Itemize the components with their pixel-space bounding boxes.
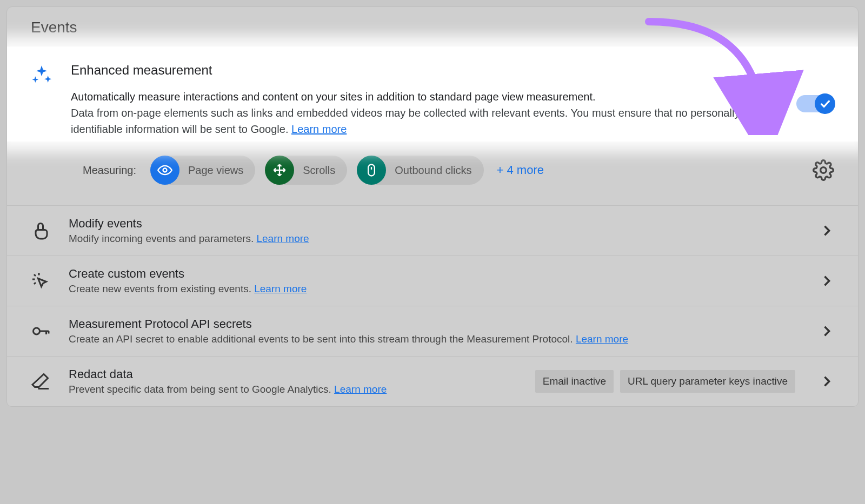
- status-badge: Email inactive: [535, 370, 614, 393]
- modify-events-row[interactable]: Modify events Modify incoming events and…: [7, 205, 858, 256]
- row-desc: Create an API secret to enable additiona…: [69, 333, 801, 345]
- enhanced-description: Automatically measure interactions and c…: [71, 89, 762, 137]
- create-custom-events-row[interactable]: Create custom events Create new events f…: [7, 256, 858, 306]
- events-panel: Events Enhanced measurement Automaticall…: [6, 6, 859, 407]
- row-title: Modify events: [69, 217, 801, 231]
- svg-point-4: [34, 328, 40, 334]
- measurement-protocol-row[interactable]: Measurement Protocol API secrets Create …: [7, 306, 858, 356]
- enhanced-measurement-toggle[interactable]: [796, 95, 834, 112]
- svg-rect-1: [368, 165, 375, 176]
- enhanced-title: Enhanced measurement: [71, 63, 762, 78]
- learn-more-link[interactable]: Learn more: [254, 283, 307, 294]
- pill-outbound-clicks[interactable]: Outbound clicks: [357, 156, 483, 185]
- key-icon: [31, 321, 50, 341]
- chevron-right-icon: [819, 223, 834, 238]
- settings-button[interactable]: [813, 159, 834, 181]
- row-desc: Prevent specific data from being sent to…: [69, 384, 517, 395]
- enhanced-learn-more-link[interactable]: Learn more: [291, 123, 347, 135]
- row-desc: Modify incoming events and parameters. L…: [69, 233, 801, 245]
- learn-more-link[interactable]: Learn more: [334, 384, 387, 395]
- svg-point-3: [821, 167, 827, 173]
- chevron-right-icon: [819, 374, 834, 389]
- learn-more-link[interactable]: Learn more: [256, 233, 309, 244]
- row-title: Create custom events: [69, 267, 801, 281]
- toggle-knob-on: [815, 93, 835, 114]
- eraser-icon: [31, 372, 50, 391]
- chevron-right-icon: [819, 273, 834, 288]
- measuring-row: Measuring: Page views Scrolls Outbound c…: [7, 142, 858, 205]
- row-desc: Create new events from existing events. …: [69, 283, 801, 295]
- redact-badges: Email inactive URL query parameter keys …: [535, 370, 795, 393]
- mouse-icon: [357, 156, 386, 185]
- row-title: Measurement Protocol API secrets: [69, 317, 801, 331]
- cursor-click-icon: [31, 271, 50, 291]
- svg-point-0: [163, 169, 167, 172]
- sparkle-icon: [31, 64, 52, 85]
- scroll-icon: [265, 156, 294, 185]
- pill-scrolls[interactable]: Scrolls: [265, 156, 347, 185]
- eye-icon: [150, 156, 179, 185]
- redact-data-row[interactable]: Redact data Prevent specific data from b…: [7, 356, 858, 406]
- pill-label: Page views: [188, 164, 243, 177]
- learn-more-link[interactable]: Learn more: [576, 333, 628, 345]
- status-badge: URL query parameter keys inactive: [620, 370, 795, 393]
- pill-label: Scrolls: [303, 164, 335, 177]
- measuring-label: Measuring:: [83, 164, 136, 177]
- row-title: Redact data: [69, 367, 517, 381]
- more-events-link[interactable]: + 4 more: [497, 163, 544, 177]
- pill-page-views[interactable]: Page views: [150, 156, 255, 185]
- touch-icon: [31, 221, 50, 240]
- chevron-right-icon: [819, 324, 834, 339]
- enhanced-measurement-section: Enhanced measurement Automatically measu…: [7, 46, 858, 142]
- panel-title: Events: [7, 7, 858, 46]
- pill-label: Outbound clicks: [395, 164, 471, 177]
